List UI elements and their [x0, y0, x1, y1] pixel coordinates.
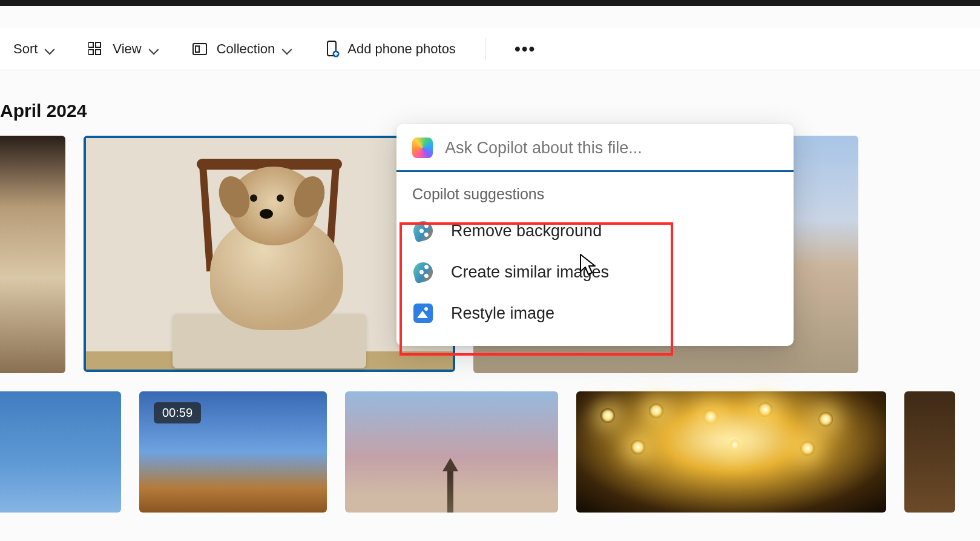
svg-rect-3 — [96, 50, 100, 55]
sort-label: Sort — [13, 41, 38, 57]
photo-thumb[interactable] — [0, 391, 121, 513]
chevron-down-icon — [282, 44, 292, 54]
suggestion-label: Create similar images — [451, 263, 609, 282]
svg-rect-5 — [196, 46, 199, 52]
photo-thumb[interactable] — [576, 391, 886, 513]
view-button[interactable]: View — [84, 38, 163, 61]
palette-icon — [411, 260, 435, 284]
collection-button[interactable]: Collection — [188, 38, 297, 61]
suggestion-create-similar[interactable]: Create similar images — [413, 262, 777, 282]
suggestion-label: Remove background — [451, 222, 602, 241]
window-top-strip — [0, 0, 980, 6]
dog-illustration — [210, 215, 343, 330]
copilot-suggestions-title: Copilot suggestions — [412, 185, 778, 203]
svg-rect-0 — [88, 42, 93, 47]
image-icon — [413, 304, 433, 323]
palette-icon — [411, 219, 435, 242]
collection-icon — [192, 42, 209, 56]
chevron-down-icon — [149, 44, 159, 54]
photo-thumb[interactable] — [345, 391, 558, 513]
photo-row-2: 00:59 — [0, 391, 980, 513]
copilot-input[interactable] — [445, 139, 778, 158]
ellipsis-icon: ••• — [515, 41, 536, 58]
suggestion-label: Restyle image — [451, 304, 554, 323]
photo-thumb[interactable] — [904, 391, 955, 513]
copilot-suggestions-list: Remove background Create similar images … — [412, 217, 778, 328]
video-thumb[interactable]: 00:59 — [139, 391, 327, 513]
suggestion-remove-background[interactable]: Remove background — [413, 221, 777, 241]
collection-label: Collection — [217, 41, 275, 57]
phone-plus-icon — [326, 41, 340, 58]
add-phone-label: Add phone photos — [347, 41, 456, 57]
svg-rect-1 — [96, 42, 100, 47]
sort-button[interactable]: Sort — [8, 38, 59, 61]
section-month-title: April 2024 — [0, 101, 87, 121]
toolbar-divider — [485, 38, 485, 60]
video-duration-badge: 00:59 — [154, 402, 201, 423]
view-label: View — [113, 41, 141, 57]
photo-thumb[interactable] — [0, 136, 65, 373]
copilot-popup: Copilot suggestions Remove background Cr… — [396, 124, 794, 346]
more-button[interactable]: ••• — [510, 37, 541, 61]
toolbar: Sort View Collection Add phone photos ••… — [0, 28, 980, 70]
copilot-search-row — [396, 124, 794, 172]
copilot-logo-icon — [412, 138, 433, 158]
suggestion-restyle-image[interactable]: Restyle image — [413, 304, 777, 323]
chevron-down-icon — [45, 44, 54, 54]
svg-rect-2 — [88, 50, 93, 55]
add-phone-photos-button[interactable]: Add phone photos — [321, 37, 461, 61]
view-grid-icon — [88, 42, 105, 56]
